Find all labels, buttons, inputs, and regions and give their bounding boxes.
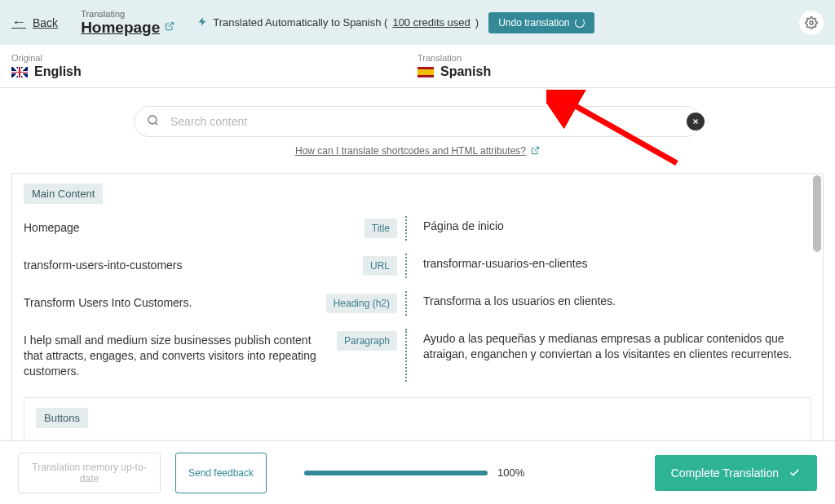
translation-row[interactable]: I help small and medium size businesses … (24, 331, 811, 379)
translated-text: transformar-usuarios-en-clientes (423, 255, 588, 270)
gear-icon (805, 16, 818, 29)
settings-button[interactable] (799, 11, 824, 35)
content-panel: Main Content Homepage Title Página de in… (11, 173, 824, 445)
content-type-tag: Heading (h2) (326, 294, 397, 313)
original-lang-name: English (11, 64, 418, 79)
credits-used[interactable]: 100 credits used (392, 16, 470, 29)
translation-row[interactable]: Transform Users Into Customers. Heading … (24, 294, 811, 313)
original-text: Homepage (24, 219, 80, 236)
translating-label: Translating (81, 9, 175, 19)
bolt-icon (197, 16, 208, 29)
svg-point-1 (810, 21, 813, 24)
search-icon (147, 114, 159, 129)
translation-row[interactable]: transform-users-into-customers URL trans… (24, 256, 811, 276)
undo-label: Undo translation (498, 17, 569, 29)
original-text: I help small and medium size businesses … (24, 331, 329, 379)
uk-flag-icon (11, 67, 28, 77)
help-link[interactable]: How can I translate shortcodes and HTML … (295, 145, 540, 157)
svg-line-3 (155, 122, 157, 125)
external-link-icon (531, 146, 540, 157)
page-title-link[interactable]: Homepage (81, 19, 175, 37)
original-text: transform-users-into-customers (24, 256, 183, 273)
undo-translation-button[interactable]: Undo translation (488, 12, 594, 33)
translated-text: Página de inicio (423, 218, 504, 232)
arrow-left-icon: ← (11, 14, 26, 31)
auto-translation-message: Translated Automatically to Spanish (100… (197, 16, 479, 29)
search-area: How can I translate shortcodes and HTML … (0, 88, 835, 161)
original-lang: Original English (11, 53, 418, 79)
search-input[interactable] (134, 106, 701, 137)
auto-msg-prefix: Translated Automatically to Spanish ( (213, 16, 387, 29)
close-icon (691, 117, 700, 126)
external-link-icon (165, 21, 175, 33)
content-type-tag: URL (363, 256, 397, 276)
svg-point-2 (148, 116, 157, 124)
back-label: Back (33, 16, 58, 29)
content-scroll[interactable]: Main Content Homepage Title Página de in… (12, 174, 823, 444)
original-text: Transform Users Into Customers. (24, 294, 192, 311)
spain-flag-icon (418, 67, 434, 77)
refresh-icon (575, 18, 585, 28)
title-group: Translating Homepage (81, 9, 175, 37)
svg-line-6 (535, 147, 539, 151)
section-tag-main: Main Content (24, 183, 103, 204)
content-type-tag: Title (364, 219, 397, 238)
translation-lang-name: Spanish (418, 64, 824, 79)
back-link[interactable]: ← Back (11, 14, 58, 31)
language-bar: Original English Translation Spanish (0, 45, 835, 88)
svg-line-0 (169, 23, 174, 28)
translation-lang: Translation Spanish (418, 53, 824, 79)
translation-label: Translation (418, 53, 824, 63)
buttons-subsection: Buttons Let's Talk Button Text Hablemos … (24, 397, 811, 444)
auto-msg-suffix: ) (475, 16, 479, 29)
scrollbar[interactable] (813, 175, 821, 252)
section-tag-buttons: Buttons (36, 408, 88, 428)
page-title-text: Homepage (81, 19, 160, 37)
top-bar: ← Back Translating Homepage Translated A… (0, 0, 835, 45)
translated-text: Ayudo a las pequeñas y medianas empresas… (423, 330, 792, 360)
bottom-bar: Translation memory up-to-date Send feedb… (0, 440, 835, 445)
content-type-tag: Paragraph (337, 331, 397, 351)
original-label: Original (11, 53, 418, 63)
search-clear-button[interactable] (687, 113, 705, 130)
translation-row[interactable]: Homepage Title Página de inicio (24, 219, 811, 238)
translated-text: Transforma a los usuarios en clientes. (423, 293, 616, 307)
